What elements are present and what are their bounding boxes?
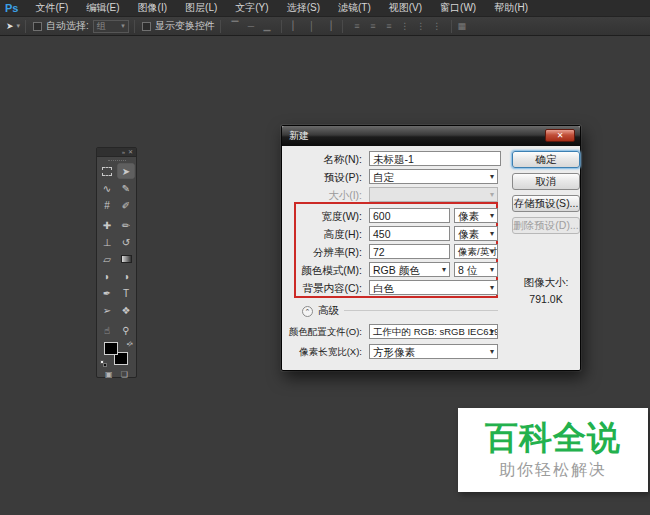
watermark-title: 百科全说 (485, 419, 621, 457)
distribute-bottom-icon[interactable]: ≡ (384, 21, 394, 31)
align-top-icon[interactable]: ▔ (230, 21, 240, 31)
options-bar: ➤ ▾ 自动选择: 组 ▾ 显示变换控件 ▔ ─ ▁ ▏ │ ▕ ≡ ≡ ≡ ⋮ (0, 17, 650, 36)
move-tool-icon[interactable]: ➤ (0, 21, 14, 31)
color-profile-dropdown[interactable]: 工作中的 RGB: sRGB IEC6196... (369, 324, 498, 339)
resolution-unit-dropdown[interactable]: 像素/英寸 (454, 244, 498, 259)
align-right-icon[interactable]: ▕ (323, 21, 333, 31)
preset-label: 预设(P): (282, 171, 366, 185)
size-label: 大小(I): (282, 189, 366, 203)
cancel-button[interactable]: 取消 (512, 173, 580, 190)
lasso-tool[interactable]: ∿ (98, 180, 116, 196)
height-input[interactable]: 450 (369, 226, 450, 241)
healing-brush-tool[interactable]: ✚ (98, 217, 116, 233)
image-size-label: 图像大小: (510, 276, 582, 290)
advanced-label: 高级 (318, 304, 339, 318)
clone-stamp-tool[interactable]: ⊥ (98, 234, 116, 250)
background-contents-dropdown[interactable]: 白色 (369, 280, 498, 295)
dialog-close-button[interactable]: ✕ (545, 129, 575, 142)
width-input[interactable]: 600 (369, 208, 450, 223)
brush-tool[interactable]: ✏ (117, 217, 135, 233)
eraser-icon: ▱ (103, 254, 111, 265)
gradient-tool[interactable] (117, 251, 135, 267)
dialog-title-bar[interactable]: 新建 ✕ (282, 126, 580, 146)
crop-tool[interactable]: # (98, 197, 116, 213)
pen-tool[interactable]: ✒ (98, 285, 116, 301)
auto-select-checkbox[interactable] (33, 22, 42, 31)
rectangular-marquee-tool[interactable] (98, 163, 116, 179)
distribute-hcenter-icon[interactable]: ⋮ (416, 21, 426, 31)
custom-shape-tool[interactable]: ❖ (117, 302, 135, 318)
clone-stamp-icon: ⊥ (103, 237, 112, 248)
auto-select-target-dropdown[interactable]: 组 ▾ (93, 20, 129, 33)
quick-selection-tool[interactable]: ✎ (117, 180, 135, 196)
eyedropper-tool[interactable]: ✐ (117, 197, 135, 213)
brush-icon: ✏ (122, 220, 130, 231)
menu-type[interactable]: 文字(Y) (226, 1, 277, 15)
type-tool[interactable]: T (117, 285, 135, 301)
distribute-top-icon[interactable]: ≡ (352, 21, 362, 31)
history-brush-tool[interactable]: ↺ (117, 234, 135, 250)
name-input[interactable]: 未标题-1 (369, 151, 501, 166)
menu-edit[interactable]: 编辑(E) (77, 1, 128, 15)
menu-select[interactable]: 选择(S) (278, 1, 329, 15)
blur-tool[interactable]: ◗ (98, 268, 116, 284)
align-hcenter-icon[interactable]: │ (307, 21, 317, 31)
move-tool[interactable]: ➤ (117, 163, 135, 179)
tool-row: ➢ ❖ (97, 302, 136, 319)
tools-panel-header[interactable]: » ✕ (97, 148, 136, 157)
align-bottom-icon[interactable]: ▁ (262, 21, 272, 31)
close-panel-icon[interactable]: ✕ (128, 149, 133, 155)
separator (220, 20, 221, 33)
color-mode-dropdown[interactable]: RGB 颜色 (369, 262, 450, 277)
blur-icon: ◗ (104, 271, 110, 282)
pixel-aspect-dropdown[interactable]: 方形像素 (369, 344, 498, 359)
height-unit-dropdown[interactable]: 像素 (454, 226, 498, 241)
distribute-right-icon[interactable]: ⋮ (432, 21, 442, 31)
tool-row: ✒ T (97, 285, 136, 302)
separator (281, 20, 282, 33)
zoom-tool[interactable]: ⚲ (117, 322, 135, 338)
save-preset-button[interactable]: 存储预设(S)... (512, 195, 580, 212)
menu-view[interactable]: 视图(V) (380, 1, 431, 15)
path-selection-tool[interactable]: ➢ (98, 302, 116, 318)
menu-image[interactable]: 图像(I) (129, 1, 176, 15)
align-left-icon[interactable]: ▏ (291, 21, 301, 31)
watermark-subtitle: 助你轻松解决 (499, 460, 607, 481)
collapse-panel-icon[interactable]: » (122, 149, 125, 155)
tool-row: ⊥ ↺ (97, 234, 136, 251)
menu-help[interactable]: 帮助(H) (485, 1, 537, 15)
menu-window[interactable]: 窗口(W) (431, 1, 485, 15)
auto-select-label: 自动选择: (46, 19, 89, 33)
preset-dropdown[interactable]: 自定 (369, 169, 498, 184)
tool-preset-dropdown-icon[interactable]: ▾ (17, 22, 21, 30)
show-transform-checkbox[interactable] (142, 22, 151, 31)
menu-file[interactable]: 文件(F) (26, 1, 77, 15)
quick-mask-icon[interactable]: ▣ (105, 370, 113, 379)
dodge-tool[interactable]: ◑ (117, 268, 135, 284)
width-unit-dropdown[interactable]: 像素 (454, 208, 498, 223)
menu-filter[interactable]: 滤镜(T) (329, 1, 380, 15)
swap-colors-icon[interactable]: ⇆ (125, 339, 135, 349)
hand-tool[interactable]: ☝ (98, 322, 116, 338)
distribute-left-icon[interactable]: ⋮ (400, 21, 410, 31)
eraser-tool[interactable]: ▱ (98, 251, 116, 267)
type-icon: T (123, 288, 129, 299)
screen-mode-icon[interactable]: ❏ (121, 370, 128, 379)
resolution-input[interactable]: 72 (369, 244, 450, 259)
foreground-color-swatch[interactable] (104, 342, 118, 355)
bit-depth-dropdown[interactable]: 8 位 (454, 262, 498, 277)
menu-layer[interactable]: 图层(L) (176, 1, 226, 15)
ok-button[interactable]: 确定 (512, 151, 580, 168)
custom-shape-icon: ❖ (122, 305, 131, 316)
default-colors-icon[interactable] (100, 360, 107, 367)
zoom-icon: ⚲ (122, 325, 129, 336)
auto-align-layers-icon[interactable]: ▦ (457, 21, 467, 31)
background-contents-label: 背景内容(C): (282, 282, 366, 296)
name-label: 名称(N): (282, 153, 366, 167)
eyedropper-icon: ✐ (122, 200, 130, 211)
dialog-title: 新建 (289, 129, 309, 143)
advanced-section-toggle[interactable]: ⌃ 高级 (302, 304, 339, 318)
distribute-vcenter-icon[interactable]: ≡ (368, 21, 378, 31)
menu-bar: Ps 文件(F) 编辑(E) 图像(I) 图层(L) 文字(Y) 选择(S) 滤… (0, 0, 650, 17)
align-vcenter-icon[interactable]: ─ (246, 21, 256, 31)
